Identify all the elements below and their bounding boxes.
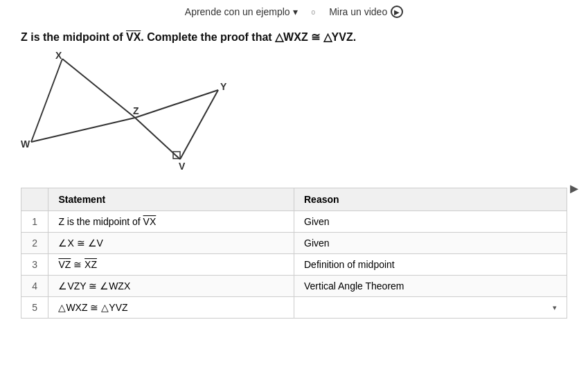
row-num-3: 3 bbox=[21, 254, 48, 276]
svg-text:X: X bbox=[55, 52, 62, 61]
video-label: Mira un video bbox=[329, 6, 387, 17]
col-header-statement: Statement bbox=[48, 188, 294, 211]
statement-2: ∠X ≅ ∠V bbox=[48, 233, 294, 254]
row-num-2: 2 bbox=[21, 233, 48, 254]
chevron-down-icon: ▾ bbox=[293, 6, 298, 17]
reason-1: Given bbox=[294, 211, 567, 233]
table-row: 4 ∠VZY ≅ ∠WZX Vertical Angle Theorem bbox=[21, 276, 567, 297]
reason-2: Given bbox=[294, 233, 567, 254]
statement-1: Z is the midpoint of VX bbox=[48, 211, 294, 233]
segment-vx: VX bbox=[126, 31, 141, 43]
proof-diagram: X W Z Y V bbox=[21, 52, 242, 180]
problem-statement: Z is the midpoint of VX. Complete the pr… bbox=[21, 30, 567, 44]
table-row: 1 Z is the midpoint of VX Given bbox=[21, 211, 567, 233]
learn-dropdown[interactable]: Aprende con un ejemplo ▾ bbox=[185, 6, 298, 17]
svg-text:Y: Y bbox=[220, 81, 227, 92]
svg-text:Z: Z bbox=[133, 105, 139, 116]
table-row: 2 ∠X ≅ ∠V Given bbox=[21, 233, 567, 254]
statement-3: VZ ≅ XZ bbox=[48, 254, 294, 276]
row-num-4: 4 bbox=[21, 276, 48, 297]
proof-table: Statement Reason 1 Z is the midpoint of … bbox=[21, 188, 567, 319]
main-content: Z is the midpoint of VX. Complete the pr… bbox=[0, 24, 588, 325]
problem-text-suffix: . Complete the proof that △WXZ ≅ △YVZ. bbox=[141, 31, 356, 43]
svg-line-0 bbox=[31, 59, 62, 142]
top-bar: Aprende con un ejemplo ▾ o Mira un video… bbox=[0, 0, 588, 24]
video-link[interactable]: Mira un video ▶ bbox=[329, 6, 403, 18]
video-icon: ▶ bbox=[391, 6, 403, 18]
reason-3: Definition of midpoint bbox=[294, 254, 567, 276]
diagram-area: X W Z Y V bbox=[21, 52, 229, 177]
col-header-reason: Reason bbox=[294, 188, 567, 211]
row-num-5: 5 bbox=[21, 297, 48, 319]
reason-4: Vertical Angle Theorem bbox=[294, 276, 567, 297]
table-row: 3 VZ ≅ XZ Definition of midpoint bbox=[21, 254, 567, 276]
svg-text:W: W bbox=[21, 138, 30, 150]
row-num-1: 1 bbox=[21, 211, 48, 233]
col-header-num bbox=[21, 188, 48, 211]
problem-text-prefix: Z is the midpoint of bbox=[21, 31, 126, 43]
next-arrow[interactable]: ► bbox=[567, 180, 581, 196]
statement-5: △WXZ ≅ △YVZ bbox=[48, 297, 294, 319]
reason-dropdown[interactable]: ▾ bbox=[304, 303, 557, 312]
learn-label: Aprende con un ejemplo bbox=[185, 6, 290, 17]
table-row: 5 △WXZ ≅ △YVZ ▾ bbox=[21, 297, 567, 319]
svg-line-2 bbox=[31, 118, 135, 142]
separator-dot: o bbox=[312, 8, 316, 16]
svg-line-1 bbox=[62, 59, 135, 118]
statement-4: ∠VZY ≅ ∠WZX bbox=[48, 276, 294, 297]
reason-5-input-cell[interactable]: ▾ bbox=[294, 297, 567, 319]
dropdown-arrow-icon[interactable]: ▾ bbox=[553, 303, 557, 312]
svg-text:V: V bbox=[179, 161, 186, 172]
